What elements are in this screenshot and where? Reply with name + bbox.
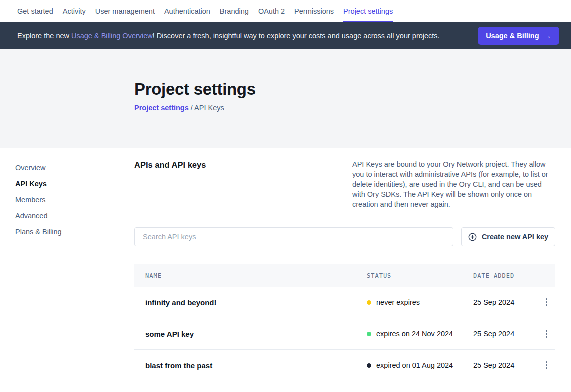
row-actions	[538, 295, 555, 309]
sidebar-item-overview[interactable]: Overview	[15, 160, 134, 176]
status-label: expires on 24 Nov 2024	[376, 330, 453, 338]
breadcrumb-current: API Keys	[194, 104, 224, 112]
table-row: infinity and beyond! never expires 25 Se…	[134, 287, 555, 318]
usage-billing-button-label: Usage & Billing	[486, 32, 539, 40]
api-key-name: infinity and beyond!	[134, 298, 367, 307]
breadcrumb-project-settings-link[interactable]: Project settings	[134, 104, 189, 112]
sidebar-item-advanced[interactable]: Advanced	[15, 208, 134, 224]
settings-sidebar: Overview API Keys Members Advanced Plans…	[0, 148, 134, 392]
create-api-key-button[interactable]: Create new API key	[461, 227, 555, 246]
usage-billing-banner: Explore the new Usage & Billing Overview…	[0, 22, 571, 49]
column-header-status: STATUS	[367, 272, 473, 279]
breadcrumb-separator: /	[189, 104, 194, 112]
table-actions: Create new API key	[134, 227, 555, 246]
section-description: API Keys are bound to your Ory Network p…	[352, 159, 555, 209]
page-title: Project settings	[134, 80, 571, 99]
plus-circle-icon	[468, 233, 477, 241]
nav-tab-user-management[interactable]: User management	[95, 0, 155, 22]
table-header-row: NAME STATUS DATE ADDED	[134, 264, 555, 287]
nav-tab-activity[interactable]: Activity	[63, 0, 86, 22]
nav-tab-oauth2[interactable]: OAuth 2	[258, 0, 285, 22]
api-key-status: expired on 01 Aug 2024	[367, 361, 473, 369]
row-actions	[538, 358, 555, 372]
sidebar-item-plans-billing[interactable]: Plans & Billing	[15, 224, 134, 240]
api-keys-table: NAME STATUS DATE ADDED infinity and beyo…	[134, 264, 555, 381]
sidebar-item-api-keys[interactable]: API Keys	[15, 176, 134, 192]
table-row: blast from the past expired on 01 Aug 20…	[134, 350, 555, 381]
nav-tab-authentication[interactable]: Authentication	[164, 0, 210, 22]
status-label: expired on 01 Aug 2024	[376, 361, 453, 369]
search-input[interactable]	[134, 227, 453, 246]
nav-tab-branding[interactable]: Branding	[220, 0, 249, 22]
status-dot-icon	[367, 300, 371, 305]
api-key-name: blast from the past	[134, 361, 367, 370]
usage-billing-button[interactable]: Usage & Billing →	[478, 27, 559, 45]
create-api-key-label: Create new API key	[482, 233, 548, 241]
table-row: some API key expires on 24 Nov 2024 25 S…	[134, 318, 555, 350]
arrow-right-icon: →	[544, 32, 552, 40]
status-dot-icon	[367, 363, 371, 368]
column-header-date-added: DATE ADDED	[473, 272, 538, 279]
api-key-date-added: 25 Sep 2024	[473, 298, 538, 306]
api-keys-panel: APIs and API keys API Keys are bound to …	[134, 148, 555, 392]
api-key-date-added: 25 Sep 2024	[473, 361, 538, 369]
status-label: never expires	[376, 298, 420, 306]
top-navigation: Get started Activity User management Aut…	[0, 0, 571, 22]
api-key-date-added: 25 Sep 2024	[473, 330, 538, 338]
api-key-status: never expires	[367, 298, 473, 306]
nav-tab-permissions[interactable]: Permissions	[294, 0, 334, 22]
banner-text-before: Explore the new	[17, 32, 71, 40]
api-key-status: expires on 24 Nov 2024	[367, 330, 473, 338]
api-key-name: some API key	[134, 330, 367, 338]
section-header: APIs and API keys API Keys are bound to …	[134, 159, 555, 209]
breadcrumb: Project settings / API Keys	[134, 104, 571, 112]
row-actions	[538, 327, 555, 341]
nav-tab-project-settings[interactable]: Project settings	[343, 0, 393, 22]
row-menu-kebab-icon[interactable]	[543, 327, 551, 341]
row-menu-kebab-icon[interactable]	[543, 295, 551, 309]
row-menu-kebab-icon[interactable]	[543, 358, 551, 372]
section-title: APIs and API keys	[134, 159, 206, 170]
banner-message: Explore the new Usage & Billing Overview…	[17, 32, 478, 40]
banner-text-after: ! Discover a fresh, insightful way to ex…	[153, 32, 440, 40]
nav-tab-get-started[interactable]: Get started	[17, 0, 53, 22]
column-header-name: NAME	[134, 272, 367, 279]
page-header: Project settings Project settings / API …	[0, 49, 571, 148]
status-dot-icon	[367, 332, 371, 336]
sidebar-item-members[interactable]: Members	[15, 192, 134, 208]
content-area: Overview API Keys Members Advanced Plans…	[0, 148, 571, 392]
usage-billing-overview-link[interactable]: Usage & Billing Overview	[71, 32, 153, 40]
